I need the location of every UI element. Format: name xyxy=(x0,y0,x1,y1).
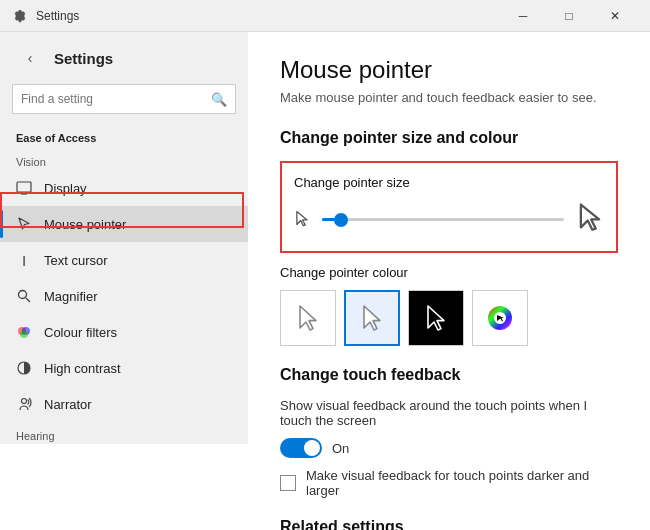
colour-option-selected[interactable] xyxy=(344,290,400,346)
colour-options xyxy=(280,290,618,346)
sidebar-item-narrator-label: Narrator xyxy=(44,397,92,412)
minimize-button[interactable]: ─ xyxy=(500,0,546,32)
svg-point-9 xyxy=(22,399,27,404)
svg-point-7 xyxy=(20,330,28,338)
sidebar-item-mouse-pointer[interactable]: Mouse pointer xyxy=(0,206,248,242)
sidebar-item-magnifier[interactable]: Magnifier xyxy=(0,278,248,314)
sidebar-vision-label: Vision xyxy=(0,148,248,170)
page-subtitle: Make mouse pointer and touch feedback ea… xyxy=(280,90,618,105)
toggle-row: On xyxy=(280,438,618,458)
close-button[interactable]: ✕ xyxy=(592,0,638,32)
colour-option-white[interactable] xyxy=(280,290,336,346)
sidebar: ‹ Settings 🔍 Ease of Access Vision xyxy=(0,32,248,444)
darker-feedback-checkbox[interactable] xyxy=(280,475,296,491)
page-title: Mouse pointer xyxy=(280,56,618,84)
section1-heading: Change pointer size and colour xyxy=(280,129,618,147)
colour-option-custom[interactable] xyxy=(472,290,528,346)
sidebar-item-narrator[interactable]: Narrator xyxy=(0,386,248,422)
section2-heading: Change touch feedback xyxy=(280,366,618,384)
touch-desc: Show visual feedback around the touch po… xyxy=(280,398,618,428)
high-contrast-icon xyxy=(16,360,32,376)
sidebar-item-high-contrast[interactable]: High contrast xyxy=(0,350,248,386)
settings-icon xyxy=(12,8,28,24)
sidebar-hearing-label: Hearing xyxy=(0,422,248,444)
magnifier-icon xyxy=(16,288,32,304)
sidebar-item-colour-filters[interactable]: Colour filters xyxy=(0,314,248,350)
content-area: Mouse pointer Make mouse pointer and tou… xyxy=(248,32,650,530)
slider-row xyxy=(294,200,604,239)
cursor-large-icon xyxy=(576,200,604,239)
slider-track xyxy=(322,218,564,221)
title-bar-label: Settings xyxy=(36,9,500,23)
toggle-label: On xyxy=(332,441,349,456)
slider-thumb xyxy=(334,213,348,227)
search-input[interactable] xyxy=(21,92,211,106)
svg-point-3 xyxy=(19,291,27,299)
sidebar-item-text-cursor-label: Text cursor xyxy=(44,253,108,268)
mouse-pointer-icon xyxy=(16,216,32,232)
search-box[interactable]: 🔍 xyxy=(12,84,236,114)
pointer-size-highlight: Change pointer size xyxy=(280,161,618,253)
title-bar: Settings ─ □ ✕ xyxy=(0,0,650,32)
colour-filters-icon xyxy=(16,324,32,340)
sidebar-item-text-cursor[interactable]: I Text cursor xyxy=(0,242,248,278)
display-icon xyxy=(16,180,32,196)
sidebar-section-label: Ease of Access xyxy=(0,122,248,148)
touch-feedback-toggle[interactable] xyxy=(280,438,322,458)
sidebar-item-colour-filters-label: Colour filters xyxy=(44,325,117,340)
pointer-size-slider[interactable] xyxy=(322,210,564,230)
window-controls: ─ □ ✕ xyxy=(500,0,638,32)
sidebar-title: Settings xyxy=(54,50,113,67)
sidebar-header: ‹ Settings xyxy=(0,32,248,80)
cursor-small-icon xyxy=(294,209,310,230)
touch-feedback-section: Show visual feedback around the touch po… xyxy=(280,398,618,498)
colour-option-black[interactable] xyxy=(408,290,464,346)
sidebar-item-high-contrast-label: High contrast xyxy=(44,361,121,376)
sidebar-item-display[interactable]: Display xyxy=(0,170,248,206)
sidebar-item-display-label: Display xyxy=(44,181,87,196)
checkbox-row: Make visual feedback for touch points da… xyxy=(280,468,618,498)
checkbox-label: Make visual feedback for touch points da… xyxy=(306,468,618,498)
svg-line-4 xyxy=(26,298,30,302)
pointer-size-label: Change pointer size xyxy=(294,175,604,190)
back-button[interactable]: ‹ xyxy=(16,44,44,72)
svg-rect-0 xyxy=(17,182,31,192)
related-heading: Related settings xyxy=(280,518,618,530)
pointer-colour-label: Change pointer colour xyxy=(280,265,618,280)
sidebar-item-magnifier-label: Magnifier xyxy=(44,289,97,304)
toggle-thumb xyxy=(304,440,320,456)
search-icon: 🔍 xyxy=(211,92,227,107)
sidebar-item-mouse-pointer-label: Mouse pointer xyxy=(44,217,126,232)
narrator-icon xyxy=(16,396,32,412)
text-cursor-icon: I xyxy=(16,252,32,268)
maximize-button[interactable]: □ xyxy=(546,0,592,32)
